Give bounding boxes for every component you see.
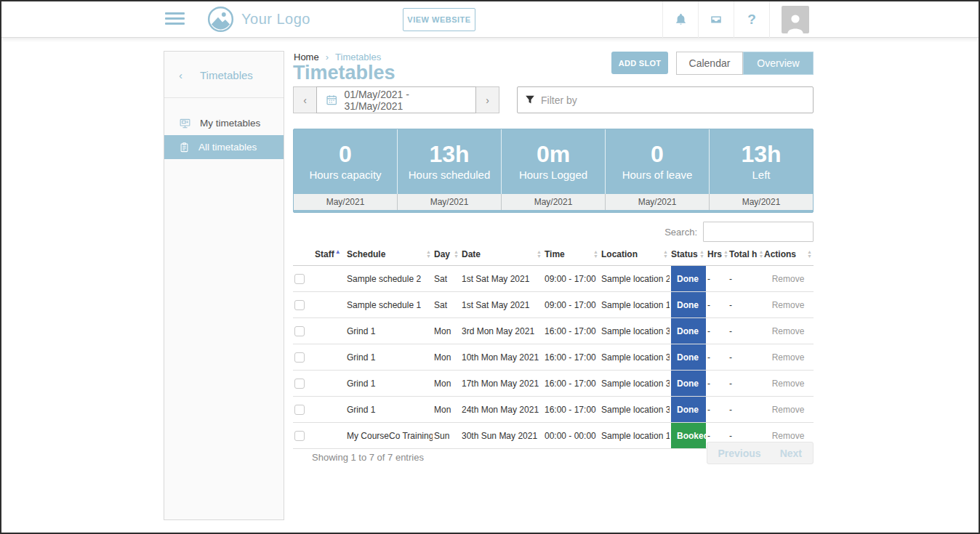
remove-link[interactable]: Remove [772,274,805,284]
next-period-button[interactable]: › [475,86,499,113]
breadcrumb: Home › Timetables [294,52,381,62]
column-header-date[interactable]: Date▲▼ [460,245,543,266]
sidebar-item-my-timetables[interactable]: My timetables [164,111,284,135]
prev-period-button[interactable]: ‹ [293,86,317,113]
sort-icon: ▲▼ [723,250,728,259]
cell-schedule: Grind 1 [345,318,433,344]
column-label: Location [601,249,638,259]
cell-date: 30th Sun May 2021 [460,423,543,449]
cell-schedule: Sample schedule 1 [345,292,433,318]
remove-link[interactable]: Remove [772,405,805,415]
stat-label: Hours scheduled [409,169,491,181]
breadcrumb-home-link[interactable]: Home [294,52,319,62]
remove-link[interactable]: Remove [772,326,805,336]
main-content: Home › Timetables Timetables ADD SLOT Ca… [293,45,814,525]
cell-time: 09:00 - 17:00 [543,266,600,292]
user-avatar[interactable] [782,6,809,33]
stat-value: 0 [339,142,352,166]
remove-link[interactable]: Remove [772,352,805,363]
status-badge: Done [671,318,706,344]
row-checkbox[interactable] [294,379,305,389]
stat-period: May/2021 [710,194,813,210]
stats-periods: May/2021May/2021May/2021May/2021May/2021 [294,194,813,210]
cell-day: Mon [433,397,460,423]
cell-staff [313,318,345,344]
cell-day: Sat [433,266,460,292]
table-body: Sample schedule 2Sat1st Sat May 202109:0… [293,266,814,449]
table-row: Grind 1Mon24th Mon May 202116:00 - 17:00… [293,397,814,423]
cell-status: Done [670,397,706,423]
table-row: Grind 1Mon10th Mon May 202116:00 - 17:00… [293,344,814,371]
cell-hrs: - [706,318,728,344]
status-badge: Done [671,371,706,396]
notifications-button[interactable] [662,1,698,38]
cell-status: Done [670,266,706,292]
sort-icon: ▲▼ [807,250,812,259]
sort-icon: ▲▼ [663,250,668,259]
sort-icon: ▲▼ [758,250,763,259]
sidebar-item-all-timetables[interactable]: All timetables [164,135,284,159]
column-header-schedule[interactable]: Schedule▲▼ [345,245,433,266]
column-header-total-h[interactable]: Total h▲▼ [728,245,763,266]
hamburger-menu-icon[interactable] [165,12,185,28]
column-header-location[interactable]: Location▲▼ [600,245,670,266]
column-header-day[interactable]: Day▲▼ [433,245,460,266]
row-checkbox[interactable] [294,326,305,336]
view-website-button[interactable]: VIEW WEBSITE [403,8,475,31]
column-label: Total h [729,249,757,259]
page-title: Timetables [293,62,395,84]
logo[interactable]: Your Logo [207,6,310,33]
pagination: Previous Next [707,442,814,464]
column-header-staff[interactable]: Staff▲ [313,245,345,266]
cell-total_h: - [728,292,763,318]
column-header-actions[interactable]: Actions▲▼ [763,245,814,266]
cell-day: Mon [433,318,460,344]
cell-total_h: - [728,397,763,423]
row-checkbox[interactable] [294,431,305,441]
column-label: Day [434,249,450,259]
sidebar-back-header[interactable]: ‹ Timetables [164,52,284,98]
inbox-tray-icon [709,13,723,26]
row-checkbox[interactable] [294,300,305,310]
add-slot-button[interactable]: ADD SLOT [611,52,668,74]
cell-staff [313,397,345,423]
column-label: Date [462,249,481,259]
calendar-view-button[interactable]: Calendar [676,52,743,75]
cell-location: Sample location 1 [600,423,670,449]
stat-card-left: 13hLeft [710,129,813,194]
cell-hrs: - [706,397,728,423]
row-checkbox[interactable] [294,352,305,363]
column-header-status[interactable]: Status▲▼ [670,245,706,266]
stat-value: 0 [651,142,664,166]
help-button[interactable]: ? [734,1,769,38]
stat-label: Hours capacity [309,169,381,181]
remove-link[interactable]: Remove [772,379,805,389]
top-header: Your Logo VIEW WEBSITE ? [1,1,979,38]
cell-schedule: Sample schedule 2 [345,266,433,292]
cell-day: Mon [433,344,460,371]
row-checkbox[interactable] [294,405,305,415]
timetable-table: Staff▲Schedule▲▼Day▲▼Date▲▼Time▲▼Locatio… [293,245,814,449]
bell-icon [674,12,688,27]
remove-link[interactable]: Remove [772,431,805,441]
date-range-picker[interactable]: 01/May/2021 - 31/May/2021 [316,86,476,113]
sort-icon: ▲▼ [426,250,431,259]
cell-hrs: - [706,371,728,397]
cell-actions: Remove [763,397,814,423]
row-checkbox[interactable] [294,274,305,284]
next-page-button[interactable]: Next [780,448,802,459]
filter-input[interactable] [517,86,814,113]
cell-status: Done [670,344,706,371]
previous-page-button[interactable]: Previous [718,448,761,459]
inbox-button[interactable] [698,1,734,38]
cell-status: Done [670,292,706,318]
search-input[interactable] [703,222,814,242]
column-header-time[interactable]: Time▲▼ [543,245,600,266]
column-header-hrs[interactable]: Hrs▲▼ [706,245,728,266]
question-mark-icon: ? [747,12,756,28]
sidebar: ‹ Timetables My timetablesAll timetables [164,51,284,520]
overview-view-button[interactable]: Overview [743,52,814,75]
cell-day: Mon [433,371,460,397]
table-row: Sample schedule 1Sat1st Sat May 202109:0… [293,292,814,318]
remove-link[interactable]: Remove [772,300,805,310]
